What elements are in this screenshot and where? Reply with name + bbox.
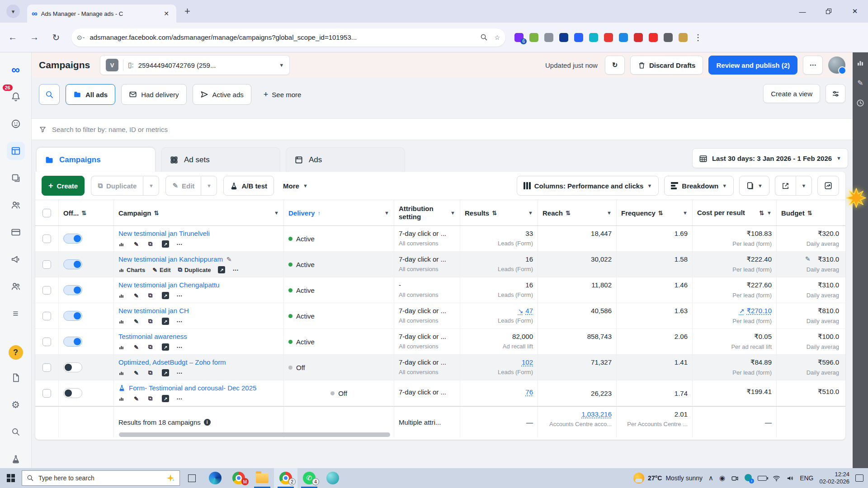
col-frequency[interactable]: Frequency⇅▼ [617, 200, 693, 225]
ab-test-button[interactable]: A/B test [223, 176, 274, 196]
tab-close-icon[interactable]: ✕ [161, 9, 172, 18]
row-checkbox[interactable] [42, 338, 51, 346]
campaigns-nav-icon[interactable] [7, 142, 25, 160]
create-button[interactable]: +Create [42, 176, 85, 196]
beaker-nav-icon[interactable] [7, 450, 25, 468]
settings-icon[interactable]: ⚙ [7, 396, 25, 414]
edge-taskbar-icon[interactable] [203, 468, 227, 488]
row-duplicate-action[interactable]: ⧉ [148, 343, 155, 351]
partners-icon[interactable] [7, 277, 25, 296]
discard-drafts-button[interactable]: Discard Drafts [630, 56, 703, 75]
campaign-toggle[interactable] [63, 337, 82, 347]
view-settings-button[interactable] [826, 84, 845, 103]
ext-green-plant[interactable] [529, 33, 538, 42]
taskbar-search[interactable]: Type here to search [22, 470, 180, 486]
col-reach[interactable]: Reach⇅▼ [538, 200, 617, 225]
row-checkbox[interactable] [42, 389, 51, 398]
columns-button[interactable]: Columns: Performance and clicks▼ [517, 176, 659, 196]
minimize-button[interactable]: — [789, 0, 816, 23]
browser-menu-icon[interactable]: ⋮ [694, 33, 702, 42]
row-export-action[interactable]: ↗ [162, 369, 169, 376]
billing-icon[interactable] [7, 223, 25, 241]
tab-campaigns[interactable]: Campaigns [36, 147, 156, 172]
ext-red-star[interactable] [649, 33, 658, 42]
info-app-icon[interactable]: i [745, 474, 752, 483]
refresh-button[interactable]: ↻ [605, 56, 625, 75]
new-tab-button[interactable]: + [184, 5, 190, 17]
row-export-action[interactable]: ↗ [162, 343, 169, 351]
campaign-toggle[interactable] [63, 259, 82, 269]
reload-button[interactable]: ↻ [47, 28, 65, 47]
row-more-action[interactable]: ⋯ [176, 370, 183, 376]
col-off[interactable]: Off...⇅ [59, 200, 114, 225]
filter-all-ads[interactable]: All ads [66, 84, 115, 105]
search-filter-input[interactable] [52, 126, 845, 133]
export-button[interactable] [775, 176, 796, 196]
col-results[interactable]: Results⇅▼ [460, 200, 538, 225]
start-button[interactable] [0, 474, 22, 482]
campaign-toggle[interactable] [63, 311, 82, 321]
browser-tab[interactable]: ∞ Ads Manager - Manage ads - C ✕ [27, 5, 176, 23]
close-button[interactable]: ✕ [842, 0, 868, 23]
row-edit-action[interactable]: ✎ Edit [152, 267, 170, 273]
volume-icon[interactable] [786, 474, 794, 482]
tab-ads[interactable]: Ads [286, 147, 405, 172]
promotions-icon[interactable] [7, 250, 25, 268]
campaign-name-link[interactable]: New testimonial jan Tirunelveli ✎ [118, 230, 279, 237]
filter-active-ads[interactable]: Active ads [193, 84, 251, 105]
create-view-button[interactable]: Create a view [763, 84, 820, 103]
opportunities-icon[interactable] [7, 115, 25, 133]
date-range-button[interactable]: Last 30 days: 3 Jan 2026 - 1 Feb 2026 ▼ [692, 148, 848, 168]
row-edit-action[interactable]: ✎ [134, 241, 141, 248]
tab-search-button[interactable]: ▾ [6, 5, 20, 18]
col-cost[interactable]: Cost per result⇅▼ [693, 200, 777, 225]
row-more-action[interactable]: ⋯ [176, 241, 183, 248]
edit-budget-icon[interactable]: ✎ [805, 255, 811, 263]
rail-clock-icon[interactable] [856, 99, 864, 107]
url-bar[interactable]: ⊙- adsmanager.facebook.com/adsmanager/ma… [71, 28, 505, 47]
reports-button[interactable]: ▼ [739, 176, 769, 196]
more-button[interactable]: More▼ [283, 182, 308, 190]
campaign-name-link[interactable]: Optimized, AdsetBudgt – Zoho form ✎ [118, 358, 279, 366]
campaign-toggle[interactable] [63, 285, 82, 295]
ext-puzzle[interactable] [664, 33, 673, 42]
notifications-icon[interactable]: 26 [7, 88, 25, 106]
rail-pencil-icon[interactable]: ✎ [857, 79, 863, 87]
row-checkbox[interactable] [42, 235, 51, 243]
campaign-name-link[interactable]: New testimonial jan Chengalpattu ✎ [118, 281, 279, 289]
docs-icon[interactable] [7, 369, 25, 387]
more-options-button[interactable]: ⋯ [803, 56, 823, 75]
bookmark-star-icon[interactable]: ☆ [494, 34, 500, 41]
clock[interactable]: 12:24 02-02-2026 [820, 471, 850, 485]
scrollbar-thumb[interactable] [119, 432, 390, 437]
row-edit-action[interactable]: ✎ [134, 344, 141, 351]
filter-search-button[interactable] [39, 84, 60, 105]
campaign-name-link[interactable]: Testimonial awareness ✎ [118, 333, 279, 340]
wifi-icon[interactable] [773, 474, 780, 482]
ext-download[interactable] [604, 33, 613, 42]
row-more-action[interactable]: ⋯ [232, 267, 239, 273]
duplicate-caret[interactable]: ▼ [143, 176, 159, 196]
row-export-action[interactable]: ↗ [162, 395, 169, 402]
forward-button[interactable]: → [25, 28, 43, 47]
row-more-action[interactable]: ⋯ [176, 344, 183, 351]
edit-name-icon[interactable]: ✎ [226, 256, 232, 263]
row-checkbox[interactable] [42, 312, 51, 320]
ext-code[interactable] [544, 33, 553, 42]
campaign-name-link[interactable]: Form- Testimonial and corousal- Dec 2025… [118, 384, 279, 392]
url-text[interactable]: adsmanager.facebook.com/adsmanager/manag… [90, 33, 480, 41]
row-charts-action[interactable] [118, 370, 127, 376]
info-icon[interactable]: i [204, 419, 211, 426]
chrome-active-icon[interactable]: 2 [274, 468, 297, 488]
export-caret[interactable]: ▼ [796, 176, 812, 196]
review-publish-button[interactable]: Review and publish (2) [708, 56, 797, 75]
row-duplicate-action[interactable]: ⧉ [148, 395, 155, 402]
site-info-icon[interactable]: ⊙- [77, 34, 85, 41]
teal-app-icon[interactable] [321, 468, 344, 488]
restore-button[interactable] [816, 0, 842, 23]
row-charts-action[interactable] [118, 319, 127, 324]
row-charts-action[interactable] [118, 396, 127, 402]
back-button[interactable]: ← [4, 28, 22, 47]
zoom-icon[interactable] [480, 33, 488, 41]
snip-icon[interactable] [731, 474, 739, 482]
